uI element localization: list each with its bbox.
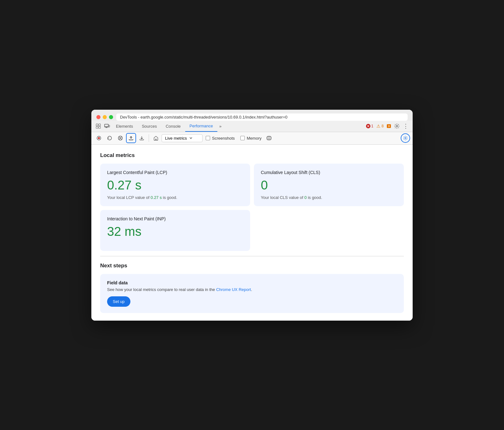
cpu-throttle-icon[interactable]	[265, 134, 273, 142]
chevron-down-icon	[189, 137, 192, 140]
devtools-tabs: Elements Sources Console Performance » 1…	[91, 121, 413, 132]
field-data-desc: See how your local metrics compare to re…	[107, 287, 397, 292]
lcp-title: Largest Contentful Paint (LCP)	[107, 170, 243, 175]
memory-checkbox[interactable]	[240, 136, 245, 140]
tab-console[interactable]: Console	[161, 120, 185, 132]
lcp-desc-suffix: is good.	[162, 195, 177, 200]
cls-value: 0	[261, 178, 397, 192]
warning-triangle-icon: ⚠	[376, 124, 381, 129]
title-bar: DevTools - earth.google.com/static/multi…	[91, 110, 413, 121]
record-button[interactable]	[94, 133, 104, 143]
cls-desc: Your local CLS value of 0 is good.	[261, 195, 397, 200]
inp-card: Interaction to Next Paint (INP) 32 ms	[100, 210, 250, 251]
error-icon	[366, 124, 370, 128]
screenshots-checkbox[interactable]	[206, 136, 210, 140]
warnings-badge[interactable]: ⚠ 8	[375, 123, 385, 129]
cls-card: Cumulative Layout Shift (CLS) 0 Your loc…	[254, 164, 404, 206]
inp-value: 32 ms	[107, 224, 243, 238]
errors-count: 1	[371, 124, 374, 128]
svg-rect-18	[268, 137, 270, 139]
inp-row: Interaction to Next Paint (INP) 32 ms	[100, 210, 404, 251]
svg-rect-2	[99, 124, 100, 126]
cls-title: Cumulative Layout Shift (CLS)	[261, 170, 397, 175]
next-steps-section: Next steps Field data See how your local…	[100, 263, 404, 313]
memory-checkbox-label[interactable]: Memory	[238, 136, 264, 141]
clear-button[interactable]	[115, 133, 125, 143]
svg-point-11	[396, 125, 398, 127]
next-steps-card: Field data See how your local metrics co…	[100, 274, 404, 313]
svg-rect-0	[96, 124, 98, 126]
field-data-desc-prefix: See how your local metrics compare to re…	[107, 287, 216, 292]
lcp-value: 0.27 s	[107, 178, 243, 192]
home-button[interactable]	[151, 133, 161, 143]
svg-point-29	[405, 137, 406, 139]
device-toolbar-icon[interactable]	[103, 122, 112, 131]
info-icon: 3	[387, 124, 391, 128]
live-metrics-label: Live metrics	[165, 136, 187, 141]
metrics-grid: Largest Contentful Paint (LCP) 0.27 s Yo…	[100, 164, 404, 206]
tab-sources[interactable]: Sources	[137, 120, 161, 132]
download-button[interactable]	[137, 133, 147, 143]
cls-desc-prefix: Your local CLS value of	[261, 195, 304, 200]
local-metrics-title: Local metrics	[100, 152, 404, 159]
chrome-ux-report-link[interactable]: Chrome UX Report	[216, 287, 251, 292]
section-divider	[100, 256, 404, 256]
toolbar-divider	[149, 134, 149, 142]
live-metrics-dropdown[interactable]: Live metrics	[162, 134, 203, 142]
lcp-desc-prefix: Your local LCP value of	[107, 195, 151, 200]
svg-rect-3	[99, 126, 100, 128]
reload-button[interactable]	[105, 133, 115, 143]
settings-gear-icon[interactable]	[392, 122, 401, 131]
memory-label: Memory	[247, 136, 261, 141]
lcp-card: Largest Contentful Paint (LCP) 0.27 s Yo…	[100, 164, 250, 206]
next-steps-title: Next steps	[100, 263, 404, 269]
inspect-element-icon[interactable]	[94, 122, 103, 131]
upload-button[interactable]	[126, 133, 136, 143]
setup-button[interactable]: Set up	[107, 296, 130, 307]
svg-point-13	[98, 137, 100, 139]
traffic-lights	[96, 115, 113, 119]
svg-rect-4	[105, 124, 108, 127]
minimize-button[interactable]	[103, 115, 107, 119]
browser-window: DevTools - earth.google.com/static/multi…	[91, 110, 413, 321]
lcp-desc-value: 0.27 s	[151, 195, 162, 200]
close-button[interactable]	[96, 115, 100, 119]
info-badge[interactable]: 3	[385, 124, 392, 129]
inp-title: Interaction to Next Paint (INP)	[107, 216, 243, 221]
screenshots-label: Screenshots	[212, 136, 235, 141]
cls-desc-suffix: is good.	[307, 195, 322, 200]
field-data-desc-suffix: .	[251, 287, 252, 292]
cls-desc-value: 0	[304, 195, 306, 200]
errors-badge[interactable]: 1	[364, 123, 375, 129]
field-data-title: Field data	[107, 280, 397, 285]
perf-toolbar: Live metrics Screenshots Memory	[91, 132, 413, 145]
more-tabs-button[interactable]: »	[217, 123, 223, 130]
more-options-icon[interactable]: ⋮	[401, 122, 410, 131]
tab-elements[interactable]: Elements	[112, 120, 137, 132]
lcp-desc: Your local LCP value of 0.27 s is good.	[107, 195, 243, 200]
perf-settings-button[interactable]	[401, 133, 410, 143]
maximize-button[interactable]	[109, 115, 113, 119]
svg-rect-1	[96, 126, 98, 128]
url-bar[interactable]: DevTools - earth.google.com/static/multi…	[116, 113, 408, 121]
tab-performance[interactable]: Performance	[185, 120, 217, 132]
screenshots-checkbox-label[interactable]: Screenshots	[203, 136, 237, 141]
warnings-count: 8	[381, 124, 384, 128]
devtools-content: Local metrics Largest Contentful Paint (…	[91, 145, 413, 321]
